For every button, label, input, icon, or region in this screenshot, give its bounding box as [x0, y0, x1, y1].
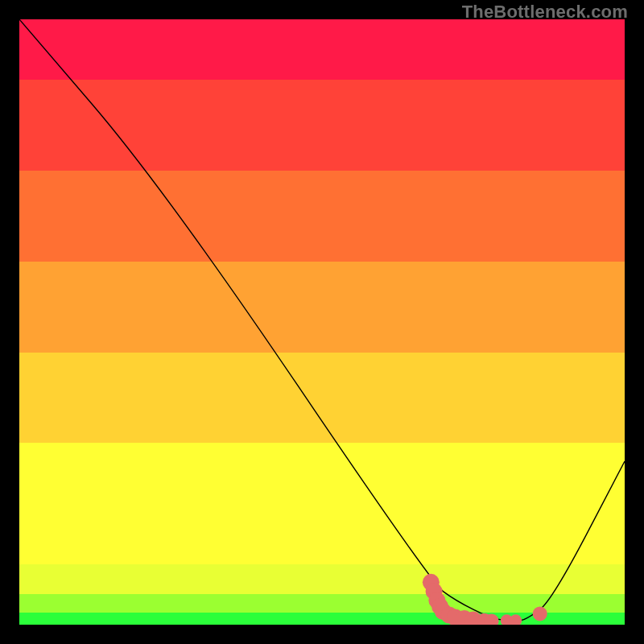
- marker-dot: [533, 606, 547, 621]
- plot-background: [19, 19, 625, 625]
- chart-frame: TheBottleneck.com: [0, 0, 644, 644]
- watermark-text: TheBottleneck.com: [462, 2, 628, 23]
- bottleneck-chart: [19, 19, 625, 625]
